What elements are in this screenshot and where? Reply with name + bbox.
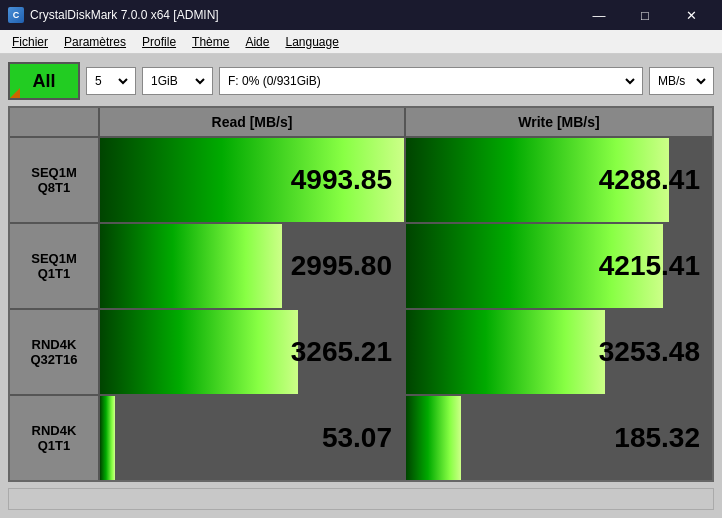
bench-label-rnd4k-q32t16: RND4KQ32T16 — [10, 310, 100, 394]
menu-item-language[interactable]: Language — [277, 33, 346, 51]
bench-write-rnd4k-q32t16: 3253.48 — [406, 310, 712, 394]
titlebar: C CrystalDiskMark 7.0.0 x64 [ADMIN] — □ … — [0, 0, 722, 30]
bench-write-value-rnd4k-q32t16: 3253.48 — [599, 336, 700, 368]
menu-item-fichier[interactable]: Fichier — [4, 33, 56, 51]
close-button[interactable]: ✕ — [668, 0, 714, 30]
bench-read-rnd4k-q1t1: 53.07 — [100, 396, 406, 480]
header-label — [10, 108, 100, 136]
bench-read-value-seq1m-q1t1: 2995.80 — [291, 250, 392, 282]
unit-select[interactable]: MB/s GB/s IOPS μs — [649, 67, 714, 95]
bench-write-value-seq1m-q1t1: 4215.41 — [599, 250, 700, 282]
maximize-button[interactable]: □ — [622, 0, 668, 30]
window-title: CrystalDiskMark 7.0.0 x64 [ADMIN] — [30, 8, 576, 22]
drive-select[interactable]: F: 0% (0/931GiB) — [219, 67, 643, 95]
bench-label-rnd4k-q1t1: RND4KQ1T1 — [10, 396, 100, 480]
unit-select-input[interactable]: MB/s GB/s IOPS μs — [654, 73, 709, 89]
bench-read-value-seq1m-q8t1: 4993.85 — [291, 164, 392, 196]
app-icon: C — [8, 7, 24, 23]
bench-row-seq1m-q1t1: SEQ1MQ1T12995.804215.41 — [10, 224, 712, 310]
controls-row: All 5 1 3 9 1GiB 512MiB 256MiB 64MiB 16M… — [8, 62, 714, 100]
bench-read-seq1m-q8t1: 4993.85 — [100, 138, 406, 222]
menu-item-parametres[interactable]: Paramètres — [56, 33, 134, 51]
menu-item-aide[interactable]: Aide — [237, 33, 277, 51]
benchmark-table: Read [MB/s] Write [MB/s] SEQ1MQ8T14993.8… — [8, 106, 714, 482]
bench-label-seq1m-q8t1: SEQ1MQ8T1 — [10, 138, 100, 222]
bench-write-value-seq1m-q8t1: 4288.41 — [599, 164, 700, 196]
bench-read-value-rnd4k-q32t16: 3265.21 — [291, 336, 392, 368]
header-read: Read [MB/s] — [100, 108, 406, 136]
menu-item-profile[interactable]: Profile — [134, 33, 184, 51]
all-button[interactable]: All — [8, 62, 80, 100]
minimize-button[interactable]: — — [576, 0, 622, 30]
bench-read-seq1m-q1t1: 2995.80 — [100, 224, 406, 308]
bench-write-seq1m-q1t1: 4215.41 — [406, 224, 712, 308]
menubar: FichierParamètresProfileThèmeAideLanguag… — [0, 30, 722, 54]
bench-row-seq1m-q8t1: SEQ1MQ8T14993.854288.41 — [10, 138, 712, 224]
menu-item-theme[interactable]: Thème — [184, 33, 237, 51]
window-controls: — □ ✕ — [576, 0, 714, 30]
header-write: Write [MB/s] — [406, 108, 712, 136]
bench-row-rnd4k-q1t1: RND4KQ1T153.07185.32 — [10, 396, 712, 480]
bench-label-seq1m-q1t1: SEQ1MQ1T1 — [10, 224, 100, 308]
size-select[interactable]: 1GiB 512MiB 256MiB 64MiB 16MiB 4GiB 8GiB… — [142, 67, 213, 95]
bench-read-rnd4k-q32t16: 3265.21 — [100, 310, 406, 394]
main-content: All 5 1 3 9 1GiB 512MiB 256MiB 64MiB 16M… — [0, 54, 722, 518]
bench-read-value-rnd4k-q1t1: 53.07 — [322, 422, 392, 454]
table-header: Read [MB/s] Write [MB/s] — [10, 108, 712, 138]
bench-write-rnd4k-q1t1: 185.32 — [406, 396, 712, 480]
status-bar — [8, 488, 714, 510]
runs-select[interactable]: 5 1 3 9 — [86, 67, 136, 95]
runs-select-input[interactable]: 5 1 3 9 — [91, 73, 131, 89]
table-rows: SEQ1MQ8T14993.854288.41SEQ1MQ1T12995.804… — [10, 138, 712, 480]
bench-write-seq1m-q8t1: 4288.41 — [406, 138, 712, 222]
size-select-input[interactable]: 1GiB 512MiB 256MiB 64MiB 16MiB 4GiB 8GiB… — [147, 73, 208, 89]
bench-row-rnd4k-q32t16: RND4KQ32T163265.213253.48 — [10, 310, 712, 396]
bench-write-value-rnd4k-q1t1: 185.32 — [614, 422, 700, 454]
drive-select-input[interactable]: F: 0% (0/931GiB) — [224, 73, 638, 89]
